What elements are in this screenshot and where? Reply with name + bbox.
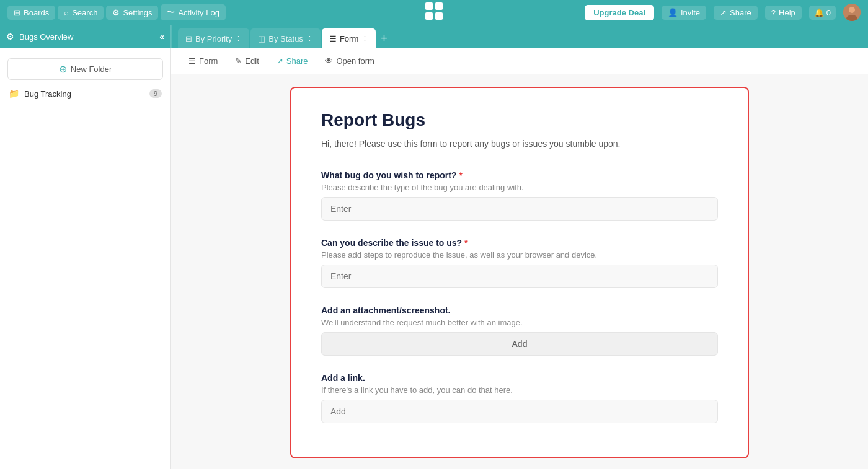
top-nav-right: Upgrade Deal 👤 Invite ↗ Share ? Help 🔔 0 xyxy=(585,4,861,21)
svg-rect-2 xyxy=(425,12,433,20)
share-form-label: Share xyxy=(286,56,308,66)
collapse-icon: « xyxy=(159,32,164,42)
settings-button[interactable]: Settings xyxy=(106,6,158,20)
boards-label: Boards xyxy=(24,8,49,17)
open-form-button[interactable]: 👁 Open form xyxy=(317,53,381,69)
svg-rect-1 xyxy=(435,2,443,10)
tab-form-label: Form xyxy=(340,34,358,43)
settings-gear-icon: ⚙ xyxy=(6,32,14,42)
form-tab-action[interactable]: ☰ Form xyxy=(181,53,225,69)
field-issue-description-label: Can you describe the issue to us? * xyxy=(321,238,718,248)
table-icon: ⊟ xyxy=(185,34,192,43)
form-preview-wrapper: Report Bugs Hi, there! Please use this f… xyxy=(171,74,868,469)
share-label: Share xyxy=(730,8,751,17)
field-issue-description-hint: Please add steps to reproduce the issue,… xyxy=(321,250,718,260)
edit-icon: ✎ xyxy=(235,56,242,66)
sidebar-item-label: Bug Tracking xyxy=(24,89,71,99)
boards-icon xyxy=(14,8,20,17)
form-subtitle: Hi, there! Please use this form to repor… xyxy=(321,138,718,151)
invite-icon: 👤 xyxy=(668,8,678,17)
settings-label: Settings xyxy=(123,8,152,17)
help-button[interactable]: ? Help xyxy=(765,6,802,20)
field-link-label: Add a link. xyxy=(321,373,718,383)
tab-form[interactable]: ☰ Form ⋮ xyxy=(322,28,376,48)
share-form-icon: ↗ xyxy=(277,56,283,66)
upgrade-label: Upgrade Deal xyxy=(593,8,645,17)
field-bug-report-hint: Please describe the type of the bug you … xyxy=(321,183,718,192)
open-form-label: Open form xyxy=(336,56,374,66)
field-attachment-hint: We'll understand the request much better… xyxy=(321,318,718,327)
edit-label: Edit xyxy=(245,56,259,66)
help-label: Help xyxy=(779,8,795,17)
activity-log-button[interactable]: 〜 Activity Log xyxy=(161,4,225,20)
link-input[interactable] xyxy=(321,400,718,423)
search-button[interactable]: Search xyxy=(58,6,104,20)
help-icon: ? xyxy=(771,8,776,17)
tab-status-options-icon: ⋮ xyxy=(306,35,313,43)
issue-description-input[interactable] xyxy=(321,265,718,288)
bug-report-input[interactable] xyxy=(321,197,718,221)
field-bug-report-label: What bug do you wish to report? * xyxy=(321,170,718,180)
required-star-2: * xyxy=(464,238,467,248)
collapse-sidebar-button[interactable]: « xyxy=(159,32,164,42)
status-icon: ◫ xyxy=(258,34,265,43)
new-folder-icon: ⊕ xyxy=(59,63,67,75)
app-logo xyxy=(424,1,444,24)
svg-point-5 xyxy=(849,7,855,13)
breadcrumb-title: Bugs Overview xyxy=(19,32,154,42)
tab-form-options-icon: ⋮ xyxy=(361,35,368,43)
activity-label: Activity Log xyxy=(178,8,219,17)
share-form-button[interactable]: ↗ Share xyxy=(269,53,316,69)
main-layout: ⊕ New Folder 📁 Bug Tracking 9 ☰ Form ✎ E… xyxy=(0,48,868,469)
form-action-icon: ☰ xyxy=(188,56,196,66)
field-attachment: Add an attachment/screenshot. We'll unde… xyxy=(321,305,718,356)
top-nav-left: Boards Search Settings 〜 Activity Log xyxy=(7,4,226,20)
form-tab-icon: ☰ xyxy=(329,34,337,43)
share-button[interactable]: ↗ Share xyxy=(714,6,758,20)
settings-icon xyxy=(112,8,120,17)
edit-button[interactable]: ✎ Edit xyxy=(228,53,266,69)
svg-rect-0 xyxy=(425,2,433,10)
tab-by-status-label: By Status xyxy=(268,34,303,43)
share-icon: ↗ xyxy=(720,8,727,17)
sidebar-badge: 9 xyxy=(149,89,162,98)
search-label: Search xyxy=(72,8,97,17)
notification-count: 0 xyxy=(826,8,831,17)
field-link: Add a link. If there's a link you have t… xyxy=(321,373,718,423)
invite-label: Invite xyxy=(681,8,700,17)
sidebar-header: ⚙ Bugs Overview « xyxy=(0,25,171,48)
upgrade-deal-button[interactable]: Upgrade Deal xyxy=(585,5,654,20)
form-card: Report Bugs Hi, there! Please use this f… xyxy=(290,87,749,458)
invite-button[interactable]: 👤 Invite xyxy=(662,6,706,20)
sidebar: ⊕ New Folder 📁 Bug Tracking 9 xyxy=(0,48,171,469)
folder-icon: 📁 xyxy=(9,89,19,99)
add-tab-button[interactable]: + xyxy=(377,28,391,48)
tab-bar: ⊟ By Priority ⋮ ◫ By Status ⋮ ☰ Form ⋮ + xyxy=(171,25,397,48)
form-action-bar: ☰ Form ✎ Edit ↗ Share 👁 Open form xyxy=(171,48,868,74)
avatar[interactable] xyxy=(843,4,861,21)
field-bug-report: What bug do you wish to report? * Please… xyxy=(321,170,718,221)
search-icon xyxy=(64,8,69,17)
tab-by-priority-label: By Priority xyxy=(195,34,232,43)
notification-button[interactable]: 🔔 0 xyxy=(809,6,836,20)
new-folder-button[interactable]: ⊕ New Folder xyxy=(7,58,163,80)
bell-icon: 🔔 xyxy=(814,8,824,17)
tab-by-priority[interactable]: ⊟ By Priority ⋮ xyxy=(178,28,249,48)
new-folder-label: New Folder xyxy=(71,64,112,74)
form-action-label: Form xyxy=(199,56,218,66)
open-form-icon: 👁 xyxy=(325,56,333,66)
add-tab-icon: + xyxy=(381,32,388,45)
content-area: ☰ Form ✎ Edit ↗ Share 👁 Open form Report… xyxy=(171,48,868,469)
required-star-1: * xyxy=(459,170,463,180)
tab-options-icon: ⋮ xyxy=(235,35,242,43)
tab-by-status[interactable]: ◫ By Status ⋮ xyxy=(250,28,321,48)
top-nav: Boards Search Settings 〜 Activity Log Up… xyxy=(0,0,868,25)
boards-button[interactable]: Boards xyxy=(7,6,55,20)
add-attachment-button[interactable]: Add xyxy=(321,332,718,356)
field-link-hint: If there's a link you have to add, you c… xyxy=(321,385,718,395)
sidebar-item-bug-tracking[interactable]: 📁 Bug Tracking 9 xyxy=(0,84,170,103)
sub-header-row: ⚙ Bugs Overview « ⊟ By Priority ⋮ ◫ By S… xyxy=(0,25,868,48)
form-title: Report Bugs xyxy=(321,110,718,130)
activity-icon: 〜 xyxy=(167,7,175,18)
svg-rect-3 xyxy=(435,12,443,20)
